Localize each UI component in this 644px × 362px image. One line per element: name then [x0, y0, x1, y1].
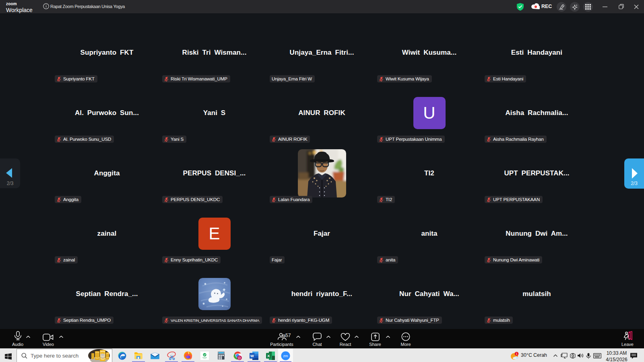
svg-text:W: W [250, 354, 254, 358]
svg-text:X: X [267, 354, 270, 358]
svg-text:D: D [238, 356, 240, 360]
svg-text:zm: zm [283, 354, 288, 358]
svg-text:1: 1 [516, 352, 517, 356]
